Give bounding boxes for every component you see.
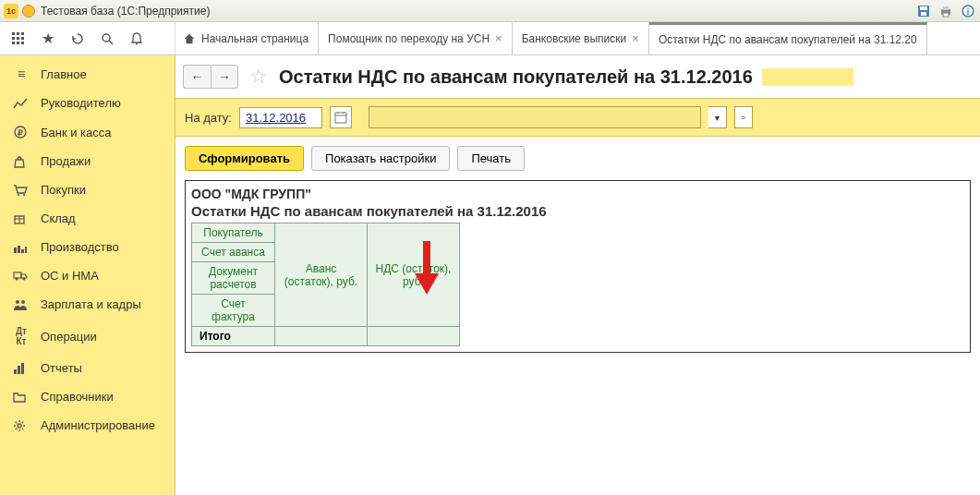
gear-icon (13, 419, 30, 432)
sidebar-item-hr[interactable]: Зарплата и кадры (0, 290, 175, 319)
tab-home-label: Начальная страница (201, 32, 309, 45)
box-icon (13, 212, 30, 225)
tab-home[interactable]: Начальная страница (175, 22, 319, 54)
sidebar-item-label: Главное (41, 67, 87, 81)
sidebar-item-purchases[interactable]: Покупки (0, 175, 175, 204)
svg-point-39 (18, 424, 21, 428)
sidebar-item-admin[interactable]: Администрирование (0, 411, 175, 440)
table-header: Покупатель (192, 223, 275, 243)
print-button[interactable]: Печать (457, 146, 525, 171)
back-button[interactable]: ← (183, 65, 211, 89)
close-icon[interactable]: × (632, 31, 639, 45)
table-header: Документ расчетов (192, 262, 275, 295)
tab-bank[interactable]: Банковские выписки × (513, 22, 649, 54)
generate-button[interactable]: Сформировать (185, 146, 304, 171)
star-icon[interactable]: ★ (37, 28, 59, 50)
tab-usn-label: Помощник по переходу на УСН (328, 32, 490, 45)
ruble-icon: ₽ (13, 125, 30, 139)
svg-rect-28 (18, 246, 20, 253)
bag-icon (13, 155, 30, 168)
org-filter-input[interactable] (369, 106, 701, 128)
sidebar-item-production[interactable]: Производство (0, 233, 175, 261)
sidebar-item-label: Покупки (41, 183, 86, 197)
save-icon[interactable] (915, 3, 932, 19)
svg-rect-10 (21, 32, 24, 35)
page-title-highlight (762, 68, 854, 86)
sidebar-item-assets[interactable]: ОС и НМА (0, 261, 175, 290)
svg-marker-45 (415, 273, 439, 295)
svg-rect-38 (21, 363, 24, 374)
app-round-icon (22, 5, 35, 18)
sidebar-item-manager[interactable]: Руководителю (0, 89, 175, 117)
sidebar-item-bank[interactable]: ₽Банк и касса (0, 117, 175, 147)
tab-nds[interactable]: Остатки НДС по авансам покупателей на 31… (649, 22, 927, 54)
sidebar-item-label: Администрирование (41, 418, 155, 432)
org-filter-open-button[interactable]: ▫ (734, 106, 753, 128)
report-area: ООО "МДК ГРУПП" Остатки НДС по авансам п… (185, 180, 971, 353)
folder-icon (13, 392, 30, 403)
truck-icon (13, 271, 30, 282)
page-header: ← → ☆ Остатки НДС по авансам покупателей… (175, 65, 980, 98)
show-settings-button[interactable]: Показать настройки (311, 146, 450, 171)
people-icon (13, 298, 30, 311)
cart-icon (13, 184, 30, 197)
svg-text:₽: ₽ (18, 128, 23, 138)
forward-button[interactable]: → (211, 65, 238, 89)
sidebar-item-catalogs[interactable]: Справочники (0, 382, 175, 411)
calendar-button[interactable] (330, 106, 352, 128)
svg-rect-11 (12, 37, 15, 40)
svg-rect-1 (920, 6, 927, 10)
tab-nds-label: Остатки НДС по авансам покупателей на 31… (659, 33, 917, 46)
bars-icon (13, 362, 30, 375)
date-label: На дату: (185, 111, 232, 125)
page-title: Остатки НДС по авансам покупателей на 31… (279, 66, 753, 88)
print-icon[interactable] (938, 3, 954, 19)
svg-rect-13 (21, 37, 24, 40)
svg-text:i: i (967, 7, 970, 17)
date-input[interactable] (239, 107, 322, 128)
sidebar-item-label: Руководителю (41, 96, 121, 110)
svg-rect-14 (12, 42, 15, 44)
sidebar-item-label: Склад (41, 211, 76, 225)
report-org: ООО "МДК ГРУПП" (191, 187, 964, 201)
factory-icon (13, 241, 30, 254)
svg-point-17 (103, 34, 110, 42)
filter-row: На дату: ▾ ▫ (175, 98, 980, 137)
home-icon (183, 32, 196, 45)
sidebar-item-label: Справочники (41, 390, 114, 404)
svg-point-19 (136, 42, 138, 44)
table-header: Счет фактура (192, 295, 275, 327)
main-content: ← → ☆ Остатки НДС по авансам покупателей… (175, 55, 980, 495)
app-logo-icon: 1c (4, 4, 18, 18)
apps-icon[interactable] (7, 28, 30, 50)
sidebar-item-sales[interactable]: Продажи (0, 147, 175, 175)
bell-icon[interactable] (126, 28, 148, 50)
svg-rect-37 (18, 366, 20, 374)
table-total-cell (368, 327, 460, 346)
svg-rect-31 (14, 272, 21, 278)
sidebar-item-label: Производство (41, 240, 119, 254)
sidebar-item-operations[interactable]: ДтКтОперации (0, 319, 175, 354)
svg-rect-9 (17, 32, 19, 35)
tab-bank-label: Банковские выписки (522, 32, 627, 45)
svg-rect-8 (12, 32, 15, 35)
search-icon[interactable] (96, 28, 118, 50)
history-icon[interactable] (67, 28, 89, 50)
tab-usn[interactable]: Помощник по переходу на УСН × (319, 22, 513, 54)
sidebar-item-reports[interactable]: Отчеты (0, 354, 175, 382)
sidebar-item-label: Банк и касса (41, 126, 112, 139)
svg-point-22 (18, 194, 19, 196)
chart-line-icon (13, 97, 30, 110)
favorite-star-icon[interactable]: ☆ (249, 65, 268, 89)
sidebar-item-warehouse[interactable]: Склад (0, 204, 175, 233)
red-arrow-icon (413, 241, 441, 296)
info-icon[interactable]: i (960, 3, 976, 19)
menu-icon: ≡ (13, 66, 30, 81)
org-filter-dropdown-button[interactable]: ▾ (708, 106, 727, 128)
svg-rect-27 (14, 248, 17, 253)
sidebar-item-label: Отчеты (41, 361, 82, 375)
close-icon[interactable]: × (495, 31, 502, 45)
table-total-cell (275, 327, 368, 346)
sidebar-item-main[interactable]: ≡Главное (0, 59, 175, 89)
titlebar: 1c Тестовая база (1С:Предприятие) i (0, 0, 980, 22)
